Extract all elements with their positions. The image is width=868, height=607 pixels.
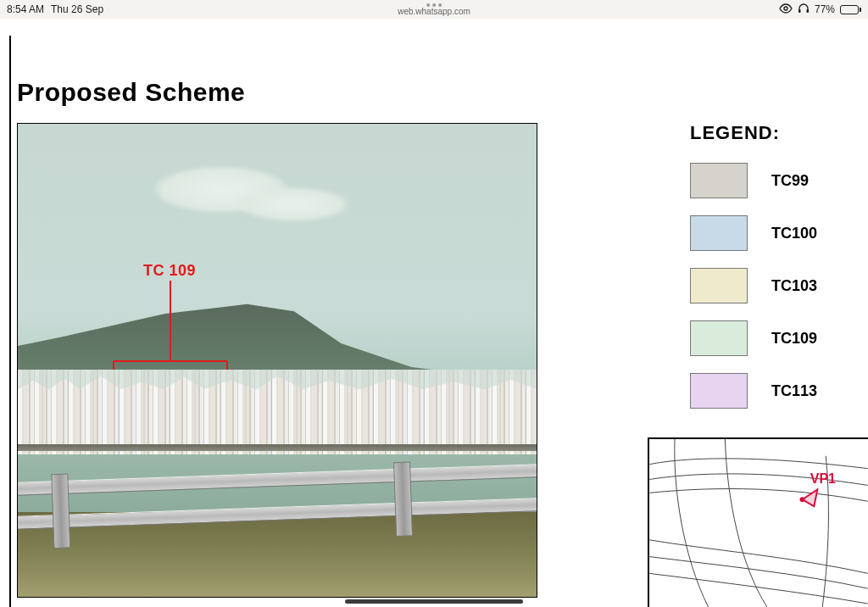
status-date: Thu 26 Sep: [51, 3, 103, 15]
viewpoint-label: VP1: [810, 471, 836, 487]
legend-item: TC109: [690, 320, 851, 356]
svg-rect-1: [798, 9, 801, 13]
legend-label: TC99: [771, 172, 809, 190]
legend-swatch-tc100: [690, 215, 748, 251]
legend-item: TC113: [690, 373, 851, 409]
legend-label: TC100: [771, 225, 817, 242]
legend-label: TC103: [771, 277, 817, 295]
legend-label: TC109: [771, 330, 817, 348]
page-title: Proposed Scheme: [17, 78, 245, 107]
page-left-rule: [9, 36, 11, 607]
callout-label-tc109: TC 109: [143, 262, 196, 280]
legend-item: TC99: [690, 163, 851, 198]
status-center: web.whatsapp.com: [398, 3, 470, 16]
legend-label: TC113: [771, 382, 817, 400]
legend-item: TC103: [690, 268, 851, 304]
battery-icon: [840, 5, 861, 14]
document-page: Proposed Scheme TC 109 LE: [0, 19, 868, 607]
headphones-icon: [798, 3, 810, 16]
scheme-rendering-image: TC 109: [17, 123, 537, 598]
svg-point-0: [784, 7, 787, 10]
legend-swatch-tc113: [690, 373, 748, 409]
status-left: 8:54 AM Thu 26 Sep: [7, 3, 103, 15]
legend-swatch-tc109: [690, 320, 748, 356]
legend-panel: LEGEND: TC99 TC100 TC103 TC109 TC113: [690, 122, 851, 426]
svg-point-7: [800, 497, 805, 502]
legend-swatch-tc99: [690, 163, 748, 198]
legend-swatch-tc103: [690, 268, 748, 304]
minimap-lines-icon: [649, 439, 868, 607]
status-url: web.whatsapp.com: [398, 7, 470, 16]
callout-bracket-icon: [107, 281, 234, 374]
legend-item: TC100: [690, 215, 851, 251]
svg-rect-2: [806, 9, 809, 13]
home-indicator[interactable]: [345, 599, 523, 604]
battery-percent: 77%: [815, 3, 835, 15]
status-time: 8:54 AM: [7, 3, 44, 15]
location-minimap: VP1: [648, 437, 868, 607]
privacy-icon: [779, 3, 793, 16]
ipad-status-bar: 8:54 AM Thu 26 Sep web.whatsapp.com 77%: [0, 0, 868, 19]
legend-title: LEGEND:: [690, 122, 851, 144]
status-right: 77%: [779, 3, 861, 16]
